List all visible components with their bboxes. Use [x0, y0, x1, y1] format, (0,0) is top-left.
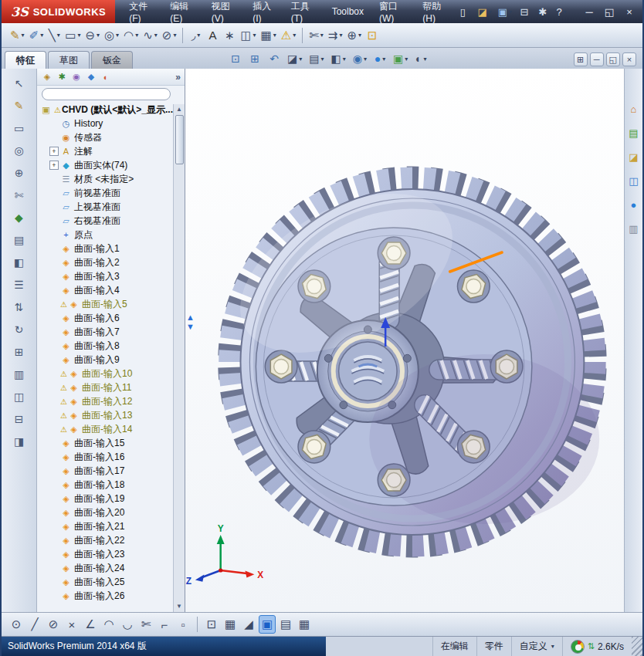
rectangle-icon[interactable]: ▭▾ [63, 26, 83, 45]
new-document-icon[interactable]: ▯▾ [456, 3, 473, 20]
trim-entities-icon[interactable]: ✄▾ [307, 26, 326, 45]
displaymanager-tab-icon[interactable]: ◐ [100, 70, 112, 84]
ellipse-icon[interactable]: ⊘▾ [160, 26, 179, 45]
tree-item[interactable]: ◷History [46, 117, 185, 130]
tree-item[interactable]: ◈曲面-输入19 [46, 492, 185, 506]
tree-item[interactable]: ◈曲面-输入21 [46, 519, 185, 533]
scroll-down-icon[interactable]: ▼ [176, 601, 182, 612]
home-icon[interactable]: ⌂ [626, 101, 642, 117]
point-icon[interactable]: ∗ [221, 26, 238, 45]
text-icon[interactable]: A [204, 26, 221, 45]
snap-corner-icon[interactable]: ⌐ [156, 615, 173, 634]
tree-item[interactable]: ◈曲面-输入3 [46, 269, 185, 283]
dropdown-caret-icon[interactable]: ▾ [173, 32, 176, 39]
arc-icon[interactable]: ◠▾ [121, 26, 141, 45]
tree-item[interactable]: ◈曲面-输入17 [46, 464, 185, 478]
left-toolbar-icon[interactable]: ◫ [11, 388, 28, 405]
left-toolbar-icon[interactable]: ⊟ [11, 411, 28, 428]
tree-item[interactable]: ◈曲面-输入1 [46, 242, 185, 255]
dropdown-caret-icon[interactable]: ▾ [339, 32, 342, 39]
convert-entities-icon[interactable]: ⊕▾ [344, 26, 364, 45]
tree-item[interactable]: ◈曲面-输入6 [46, 311, 185, 325]
left-toolbar-icon[interactable]: ⊞ [11, 343, 28, 360]
tree-item[interactable]: ▱前视基准面 [46, 186, 185, 200]
menu-window[interactable]: 窗口(W) [371, 0, 415, 23]
appearances-icon[interactable]: ● [626, 197, 642, 212]
menu-view[interactable]: 视图(V) [204, 0, 245, 23]
tree-item[interactable]: ◈曲面-输入16 [46, 450, 185, 464]
tree-item[interactable]: ▱上视基准面 [46, 200, 185, 214]
tree-filter-input[interactable] [42, 88, 171, 100]
left-toolbar-icon[interactable]: ☰ [11, 276, 28, 293]
dropdown-caret-icon[interactable]: ▾ [273, 32, 276, 39]
customize-menu[interactable]: 自定义▾ [511, 637, 562, 656]
dropdown-caret-icon[interactable]: ▾ [116, 32, 119, 39]
tree-item[interactable]: +◆曲面实体(74) [46, 158, 185, 172]
gear-model[interactable]: Y X Z [185, 69, 624, 612]
tree-item[interactable]: ▱右视基准面 [46, 214, 185, 228]
snap-trim-icon[interactable]: ✄ [137, 615, 154, 634]
dropdown-caret-icon[interactable]: ▾ [343, 56, 346, 63]
snap-angle-icon[interactable]: ∠ [82, 615, 99, 634]
grid-icon[interactable]: ▦ [222, 615, 239, 634]
tree-item[interactable]: ◉传感器 [46, 130, 185, 144]
linear-pattern-icon[interactable]: ▦▾ [259, 26, 279, 45]
left-toolbar-icon[interactable]: ◆ [11, 209, 28, 226]
tree-item[interactable]: ◈曲面-输入8 [46, 339, 185, 353]
file-explorer-icon[interactable]: ◪ [626, 149, 642, 164]
dropdown-caret-icon[interactable]: ▾ [154, 32, 158, 39]
dimxpert-tab-icon[interactable]: ◆ [85, 70, 97, 84]
offset-entities-icon[interactable]: ⇉▾ [326, 26, 345, 45]
dropdown-caret-icon[interactable]: ▾ [293, 32, 296, 39]
tree-item[interactable]: ◈曲面-输入2 [46, 255, 185, 269]
section-view-icon[interactable]: ◪▾ [285, 50, 304, 67]
dropdown-caret-icon[interactable]: ▾ [489, 8, 492, 15]
dropdown-caret-icon[interactable]: ▾ [97, 32, 100, 39]
dropdown-caret-icon[interactable]: ▾ [405, 56, 408, 63]
snap-center-icon[interactable]: ⊘ [45, 615, 62, 634]
splitter-up-icon[interactable]: ▲ [186, 313, 195, 322]
zoom-to-area-icon[interactable]: ⊞ [246, 50, 263, 67]
grid-settings-icon[interactable]: ⊡ [203, 615, 220, 634]
tree-item[interactable]: ⚠◈曲面-输入11 [46, 380, 185, 394]
view-palette-icon[interactable]: ◫ [626, 173, 642, 188]
dropdown-caret-icon[interactable]: ▾ [564, 8, 567, 15]
hide-show-items-icon[interactable]: ◉▾ [351, 50, 369, 67]
scroll-up-icon[interactable]: ▲ [176, 104, 182, 115]
tree-item[interactable]: ⚠◈曲面-输入13 [46, 408, 185, 422]
panel-splitter-arrows[interactable]: ▲▼ [186, 313, 195, 331]
menu-file[interactable]: 文件(F) [121, 0, 162, 23]
circle-icon[interactable]: ◎▾ [102, 26, 121, 45]
tree-item[interactable]: ⚠◈曲面-输入12 [46, 394, 185, 408]
snap-box-icon[interactable]: ▫ [175, 615, 192, 634]
sketch-icon[interactable]: ✎▾ [8, 26, 27, 45]
panel-expand-chevrons[interactable]: » [175, 72, 181, 83]
dropdown-caret-icon[interactable]: ▾ [197, 32, 200, 39]
tree-item[interactable]: ◈曲面-输入26 [46, 589, 185, 603]
smart-dimension-icon[interactable]: ✐▾ [27, 26, 46, 45]
sketch-fillet-icon[interactable]: ◞▾ [187, 26, 204, 45]
dropdown-caret-icon[interactable]: ▾ [299, 56, 302, 63]
tree-item[interactable]: ◈曲面-输入25 [46, 575, 185, 589]
dropdown-caret-icon[interactable]: ▾ [22, 32, 25, 39]
instant2d-icon[interactable]: ⊡ [364, 26, 381, 45]
menu-help[interactable]: 帮助(H) [415, 0, 456, 23]
tree-item[interactable]: ◈曲面-输入9 [46, 353, 185, 367]
restore-button[interactable]: ◱ [601, 3, 618, 20]
doc-restore-icon[interactable]: ◱ [606, 52, 620, 66]
configurationmanager-tab-icon[interactable]: ◉ [70, 70, 83, 84]
dropdown-caret-icon[interactable]: ▾ [320, 32, 324, 39]
view-orientation-icon[interactable]: ▤▾ [307, 50, 326, 67]
table-icon[interactable]: ▦ [296, 615, 313, 634]
view-settings-icon[interactable]: ◐▾ [412, 50, 429, 67]
dropdown-caret-icon[interactable]: ▾ [423, 56, 426, 63]
save-icon[interactable]: ▣▾ [496, 3, 514, 20]
print-icon[interactable]: ⊟ [516, 3, 533, 20]
angle-snap-icon[interactable]: ◢ [240, 615, 257, 634]
tree-item[interactable]: ◈曲面-输入22 [46, 533, 185, 547]
tree-item[interactable]: ⚠◈曲面-输入5 [46, 297, 185, 311]
dropdown-caret-icon[interactable]: ▾ [358, 32, 361, 39]
display-style-icon[interactable]: ◧▾ [329, 50, 348, 67]
line-icon[interactable]: ╲▾ [46, 26, 63, 45]
graphics-area[interactable]: Y X Z ▲▼ [185, 69, 624, 612]
